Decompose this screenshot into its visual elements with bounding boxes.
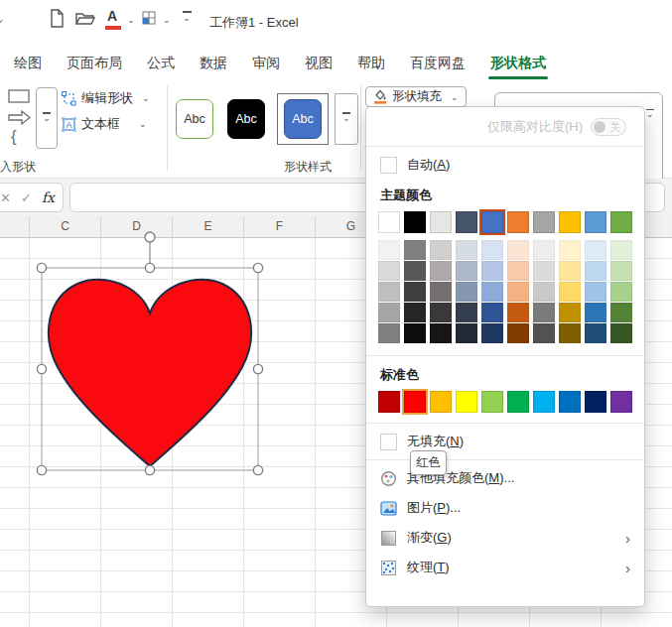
menu-item-picture[interactable]: 图片(P)... [366,493,644,523]
qat-more-icon[interactable]: ⌄ [181,11,193,21]
theme-color-swatch[interactable] [610,211,632,233]
theme-variant-swatch[interactable] [481,261,503,281]
shapes-gallery-more-button[interactable]: ⌄ [36,87,58,149]
theme-variant-swatch[interactable] [404,323,426,343]
theme-variant-swatch[interactable] [533,240,555,260]
theme-variant-swatch[interactable] [507,240,529,260]
tab-百度网盘[interactable]: 百度网盘 [408,46,468,81]
tab-审阅[interactable]: 审阅 [250,46,282,81]
theme-variant-swatch[interactable] [430,282,452,302]
shape-style-green-outline[interactable]: Abc [176,99,213,139]
theme-variant-swatch[interactable] [533,282,555,302]
theme-variant-swatch[interactable] [456,261,477,281]
border-grid-chevron-icon[interactable]: ⌄ [163,15,171,25]
menu-item-no-fill[interactable]: 无填充(N) [366,427,644,456]
theme-variant-swatch[interactable] [430,323,452,343]
theme-variant-swatch[interactable] [507,323,529,343]
theme-variant-swatch[interactable] [507,261,529,281]
menu-item-texture[interactable]: 纹理(T) › [366,553,644,582]
theme-variant-swatch[interactable] [430,261,452,281]
theme-variant-swatch[interactable] [559,240,581,260]
theme-variant-swatch[interactable] [585,240,606,260]
shape-style-black-fill[interactable]: Abc [227,99,265,139]
theme-variant-swatch[interactable] [404,282,426,302]
theme-variant-swatch[interactable] [559,282,581,302]
text-box-button[interactable]: A 文本框 ⌄ [62,115,147,133]
theme-variant-swatch[interactable] [378,240,400,260]
theme-variant-swatch[interactable] [533,303,555,322]
theme-variant-swatch[interactable] [533,261,555,281]
theme-variant-swatch[interactable] [610,323,632,343]
open-folder-icon[interactable] [75,12,95,26]
theme-variant-swatch[interactable] [404,240,426,260]
menu-item-gradient[interactable]: 渐变(G) › [366,523,644,553]
standard-color-swatch[interactable] [507,391,529,413]
theme-color-swatch[interactable] [404,211,426,233]
theme-variant-swatch[interactable] [481,282,503,302]
theme-variant-swatch[interactable] [559,323,581,343]
theme-variant-swatch[interactable] [585,323,606,343]
insert-function-icon[interactable]: fx [42,189,55,205]
theme-variant-swatch[interactable] [559,303,581,322]
theme-variant-swatch[interactable] [481,240,503,260]
theme-variant-swatch[interactable] [610,261,632,281]
border-grid-icon[interactable] [142,11,157,26]
theme-color-swatch[interactable] [585,211,606,233]
theme-variant-swatch[interactable] [481,323,503,343]
theme-variant-swatch[interactable] [430,303,452,322]
standard-color-swatch[interactable] [610,391,632,413]
theme-color-swatch[interactable] [378,211,400,233]
theme-color-swatch[interactable] [559,211,581,233]
arrow-shape-icon[interactable] [8,109,32,126]
theme-variant-swatch[interactable] [610,282,632,302]
theme-variant-swatch[interactable] [559,261,581,281]
tab-数据[interactable]: 数据 [198,46,229,81]
font-color-icon[interactable]: A [107,8,117,24]
shape-style-gallery-more-button[interactable]: ⌄ [335,93,358,145]
shape-style-blue-fill[interactable]: Abc [284,99,322,139]
edit-shape-button[interactable]: 编辑形状 ⌄ [62,89,150,107]
standard-color-swatch[interactable] [404,391,426,413]
rectangle-shape-icon[interactable] [8,89,30,103]
standard-color-swatch[interactable] [481,391,503,413]
theme-variant-swatch[interactable] [456,240,477,260]
theme-variant-swatch[interactable] [481,303,503,322]
theme-variant-swatch[interactable] [378,282,400,302]
font-color-chevron-icon[interactable]: ⌄ [127,15,135,25]
tab-帮助[interactable]: 帮助 [355,46,387,81]
standard-color-swatch[interactable] [585,391,606,413]
theme-color-swatch[interactable] [456,211,477,233]
theme-variant-swatch[interactable] [533,323,555,343]
theme-variant-swatch[interactable] [430,240,452,260]
theme-variant-swatch[interactable] [378,323,400,343]
tab-页面布局[interactable]: 页面布局 [65,46,124,81]
tab-绘图[interactable]: 绘图 [12,46,44,81]
standard-color-swatch[interactable] [456,391,477,413]
tab-公式[interactable]: 公式 [145,46,177,81]
theme-variant-swatch[interactable] [507,282,529,302]
menu-item-more-colors[interactable]: 其他填充颜色(M)... [366,463,644,493]
rotation-handle[interactable] [145,232,155,242]
brace-shape-icon[interactable]: { [11,127,17,147]
theme-variant-swatch[interactable] [585,282,606,302]
theme-color-swatch[interactable] [507,211,529,233]
standard-color-swatch[interactable] [559,391,581,413]
theme-variant-swatch[interactable] [610,240,632,260]
confirm-icon[interactable]: ✓ [21,190,32,205]
theme-color-swatch[interactable] [533,211,555,233]
theme-variant-swatch[interactable] [456,323,477,343]
theme-color-swatch[interactable] [430,211,452,233]
theme-variant-swatch[interactable] [378,261,400,281]
theme-variant-swatch[interactable] [507,303,529,322]
standard-color-swatch[interactable] [533,391,555,413]
theme-variant-swatch[interactable] [585,303,606,322]
shape-fill-button[interactable]: 形状填充 ⌄ [365,86,467,107]
partial-chevron-icon[interactable]: ⌄ [0,12,5,26]
tab-视图[interactable]: 视图 [303,46,335,81]
column-header-stub[interactable] [0,216,30,237]
tab-形状格式[interactable]: 形状格式 [488,46,548,81]
wordart-gallery-more-icon[interactable]: ⌄ [646,103,654,121]
new-file-icon[interactable] [50,9,65,28]
menu-item-auto[interactable]: 自动(A) [366,150,644,180]
theme-variant-swatch[interactable] [610,303,632,322]
